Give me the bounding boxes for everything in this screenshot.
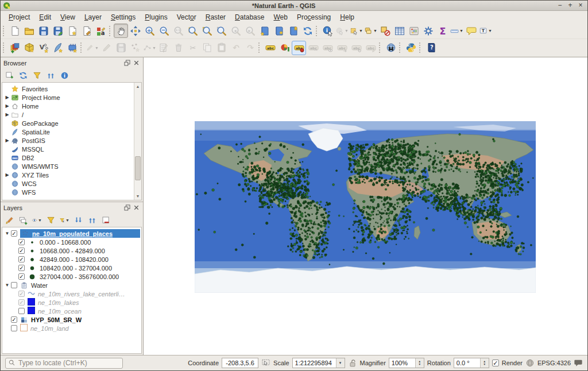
layer-diagram-button[interactable] [277,41,292,55]
menu-processing[interactable]: Processing [292,12,335,22]
collapse-arrow-icon[interactable]: ▼ [3,283,11,288]
expand-arrow-icon[interactable]: ▶ [3,172,11,177]
change-label-button[interactable]: abc [363,41,378,55]
layers-open-layer-styling-button[interactable] [3,214,15,226]
measure-button[interactable]: ▼ [450,24,464,38]
layer-item-hyp-50m-sr-w[interactable]: ✓HYP_50M_SR_W [3,315,141,324]
undo-button[interactable]: ↶ [229,41,243,55]
style-manager-button[interactable]: a [94,24,108,38]
menu-vector[interactable]: Vector [172,12,201,22]
coordinate-input[interactable]: -208.3,5.6 [222,358,258,368]
processing-toolbox-button[interactable] [421,24,435,38]
vertex-tool-button[interactable]: ▼ [142,41,157,55]
toggle-editing-button[interactable] [99,41,114,55]
layers-expand-all-button[interactable] [72,214,84,226]
visibility-checkbox[interactable]: ✓ [18,273,25,280]
help-button[interactable]: ? [424,41,438,55]
zoom-to-layer-button[interactable] [214,24,229,38]
visibility-checkbox[interactable] [11,282,17,288]
toolbar-grip[interactable] [316,26,318,36]
rotation-spinbox[interactable]: 0.0 ° ▲▼ [454,358,489,368]
python-console-button[interactable] [404,41,418,55]
browser-item-db2[interactable]: DB2DB2 [3,153,141,162]
browser-close-button[interactable] [133,59,140,67]
browser-refresh-browser-button[interactable] [17,69,29,81]
menu-plugins[interactable]: Plugins [140,12,172,22]
group-item-water[interactable]: ▼Water [3,281,141,289]
browser-item-postgis[interactable]: ▶PostGIS [3,136,141,145]
layer-labeling-button[interactable]: abc [263,41,277,55]
zoom-out-button[interactable]: − [157,24,171,38]
run-feature-action-button[interactable]: ▼ [335,24,349,38]
scale-combobox[interactable]: 1:212295894 ▼ [292,358,345,368]
layers-collapse-all-button[interactable] [86,214,98,226]
current-edits-dropdown-icon[interactable]: ▼ [95,46,99,50]
browser-collapse-all-button[interactable] [45,69,56,81]
scroll-down-icon[interactable]: ▼ [134,192,141,200]
select-by-expression-button[interactable]: ▼ [363,24,378,38]
move-label-button[interactable]: abc➔ [335,41,349,55]
layers-close-button[interactable] [133,204,140,211]
extents-toggle-icon[interactable] [261,358,270,368]
browser-filter-browser-button[interactable] [31,69,42,81]
visibility-checkbox[interactable] [11,325,17,331]
pan-to-selection-button[interactable] [128,24,142,38]
browser-scrollbar[interactable]: ▲ ▼ [134,83,141,200]
run-feature-action-dropdown-icon[interactable]: ▼ [345,29,349,33]
browser-float-button[interactable] [123,59,131,67]
zoom-full-button[interactable] [185,24,200,38]
browser-item-wcs[interactable]: WCS [3,179,141,188]
rotate-label-button[interactable]: abc↻ [349,41,363,55]
pin-unpin-labels-button[interactable]: abc [306,41,320,55]
menu-settings[interactable]: Settings [106,12,140,22]
copy-features-button[interactable] [200,41,214,55]
toolbar-grip[interactable] [109,26,111,36]
save-layer-edits-button[interactable] [114,41,128,55]
field-calculator-button[interactable] [407,24,421,38]
redo-button[interactable]: ↷ [243,41,257,55]
zoom-in-button[interactable]: + [142,24,157,38]
close-button[interactable]: × [576,2,585,10]
visibility-checkbox[interactable]: ✓ [11,230,17,237]
add-feature-button[interactable] [128,41,142,55]
menu-view[interactable]: View [56,12,80,22]
modify-attributes-button[interactable] [157,41,171,55]
save-project-button[interactable] [36,24,51,38]
crs-globe-icon[interactable] [525,358,535,368]
browser-item-favorites[interactable]: Favorites [3,84,141,93]
metasearch-button[interactable] [384,41,398,55]
messages-icon[interactable] [574,358,583,368]
browser-item-mssql[interactable]: MSSQL [3,145,141,153]
expand-arrow-icon[interactable]: ▶ [3,112,11,117]
selected-layer[interactable]: ne_10m_populated_places [20,229,140,238]
toolbar-grip[interactable] [379,42,381,53]
new-print-layout-button[interactable] [65,24,79,38]
filter-by-expression-dropdown-icon[interactable]: ▼ [65,218,69,222]
zoom-to-selection-button[interactable] [200,24,214,38]
new-project-button[interactable] [7,24,22,38]
select-by-expression-dropdown-icon[interactable]: ▼ [373,29,377,33]
rotation-spin-arrows[interactable]: ▲▼ [480,358,489,368]
browser-item-xyz-tiles[interactable]: ▶XYZ Tiles [3,171,141,179]
paste-features-button[interactable] [214,41,229,55]
refresh-map-button[interactable] [300,24,315,38]
expand-arrow-icon[interactable]: ▶ [3,138,11,143]
toolbar-grip[interactable] [80,42,83,53]
layers-manage-map-themes-button[interactable]: ▼ [31,214,42,226]
save-project-as-button[interactable] [51,24,65,38]
pan-map-button[interactable] [114,24,128,38]
menu-database[interactable]: Database [230,12,269,22]
menu-web[interactable]: Web [269,12,292,22]
new-spatialite-layer-button[interactable] [51,41,65,55]
menu-help[interactable]: Help [335,12,359,22]
current-edits-button[interactable]: ▼ [85,41,99,55]
new-shapefile-layer-button[interactable]: V [36,41,51,55]
magnifier-spin-arrows[interactable]: ▲▼ [415,358,424,368]
layers-add-group-button[interactable] [17,214,29,226]
map-canvas[interactable] [144,57,587,355]
menu-edit[interactable]: Edit [34,12,56,22]
vertex-tool-dropdown-icon[interactable]: ▼ [152,46,156,50]
visibility-checkbox[interactable] [18,308,25,314]
toolbar-grip[interactable] [419,42,421,53]
visibility-checkbox[interactable]: ✓ [18,265,25,271]
